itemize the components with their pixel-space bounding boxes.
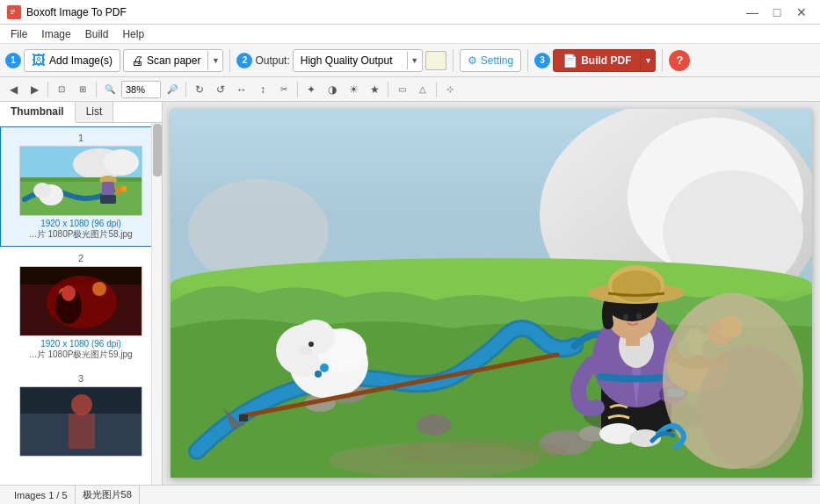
scan-paper-dropdown[interactable]: 🖨 Scan paper ▼ [123, 49, 223, 72]
flip-v-button[interactable]: ↕ [253, 80, 272, 99]
sidebar: Thumbnail List 1 [0, 102, 163, 485]
setting-icon: ⚙ [468, 54, 477, 67]
rotate-cw-button[interactable]: ↻ [190, 80, 209, 99]
step1-badge: 1 [5, 53, 21, 68]
rotate-ccw-button[interactable]: ↺ [211, 80, 230, 99]
step1-group: 1 🖼 Add Image(s) 🖨 Scan paper ▼ [5, 49, 223, 72]
svg-point-46 [320, 364, 329, 372]
fit-page-button[interactable]: ⊡ [52, 80, 71, 99]
scroll-thumb[interactable] [153, 124, 162, 176]
scan-icon: 🖨 [131, 54, 143, 68]
svg-point-77 [390, 438, 566, 464]
images-count-text: Images 1 / 5 [14, 490, 68, 500]
menu-image[interactable]: Image [34, 26, 77, 42]
main-content: Thumbnail List 1 [0, 102, 820, 485]
help-button[interactable]: ? [669, 50, 690, 71]
pdf-icon: 📄 [562, 54, 577, 68]
output-value: High Quality Output [294, 52, 408, 69]
status-filename: 极光图片58 [76, 486, 140, 504]
preview-image [171, 109, 812, 478]
setting-button[interactable]: ⚙ Setting [460, 49, 521, 72]
tab-list[interactable]: List [76, 102, 114, 122]
sidebar-scrollbar[interactable] [151, 123, 162, 485]
preview-area [163, 102, 820, 485]
contrast-button[interactable]: ◑ [323, 80, 342, 99]
zoom-in-button[interactable]: 🔎 [163, 80, 182, 99]
svg-rect-3 [11, 13, 13, 14]
svg-point-20 [92, 282, 106, 296]
step2-group: 2 Output: High Quality Output ▼ [236, 49, 446, 72]
output-dropdown[interactable]: High Quality Output ▼ [293, 49, 423, 72]
view-toolbar: ◀ ▶ ⊡ ⊞ 🔍 38% 🔎 ↻ ↺ ↔ ↕ ✂ ✦ ◑ ☀ ★ ▭ △ ⊹ [0, 77, 820, 102]
list-item[interactable]: 2 [0, 247, 162, 367]
add-images-button[interactable]: 🖼 Add Image(s) [24, 49, 120, 72]
thumb-number: 3 [8, 373, 154, 384]
star-button[interactable]: ★ [365, 80, 384, 99]
status-bar: Images 1 / 5 极光图片58 [0, 485, 820, 504]
step3-badge: 3 [534, 53, 550, 68]
svg-point-60 [636, 313, 642, 320]
thumb-svg-3 [20, 387, 142, 457]
vtb-sep4 [297, 82, 298, 97]
color-swatch[interactable] [425, 51, 446, 70]
svg-point-47 [315, 371, 322, 378]
app-icon [7, 5, 21, 19]
svg-point-16 [121, 186, 127, 192]
vtb-sep3 [185, 82, 186, 97]
thumb-preview [19, 266, 142, 336]
svg-point-11 [33, 183, 51, 198]
app-title: Boxoft Image To PDF [26, 6, 127, 18]
triangle-button[interactable]: △ [413, 80, 432, 99]
title-left: Boxoft Image To PDF [7, 5, 127, 19]
build-pdf-button[interactable]: 📄 Build PDF ▼ [553, 49, 656, 72]
maximize-button[interactable]: □ [766, 4, 788, 21]
menu-build[interactable]: Build [78, 26, 116, 42]
prev-page-button[interactable]: ◀ [4, 80, 23, 99]
thumb-meta-1: 1920 x 1080 (96 dpi) [8, 219, 154, 228]
actual-size-button[interactable]: ⊞ [73, 80, 92, 99]
close-button[interactable]: ✕ [790, 4, 813, 21]
output-arrow: ▼ [408, 56, 422, 65]
flip-h-button[interactable]: ↔ [232, 80, 251, 99]
zoom-out-button[interactable]: 🔍 [100, 80, 120, 99]
tab-thumbnail[interactable]: Thumbnail [0, 102, 76, 123]
vtb-sep5 [388, 82, 388, 97]
svg-rect-2 [11, 11, 15, 12]
crop-button[interactable]: ✂ [274, 80, 294, 99]
svg-point-44 [308, 342, 314, 347]
step2-badge: 2 [236, 53, 252, 68]
output-label: Output: [255, 54, 289, 67]
brightness-button[interactable]: ☀ [344, 80, 363, 99]
thumb-filename-2: ...片 1080P极光图片59.jpg [8, 349, 154, 361]
status-extra [140, 486, 813, 504]
svg-point-75 [698, 346, 803, 469]
svg-rect-14 [100, 195, 116, 204]
minimize-button[interactable]: — [741, 4, 764, 21]
sep3 [527, 49, 528, 72]
list-item[interactable]: 3 [0, 367, 162, 465]
title-controls: — □ ✕ [741, 4, 813, 21]
thumb-svg-1 [20, 147, 142, 216]
setting-label: Setting [481, 54, 513, 67]
list-item[interactable]: 1 [0, 126, 162, 247]
thumb-meta-2: 1920 x 1080 (96 dpi) [8, 339, 154, 349]
svg-rect-50 [239, 414, 248, 421]
selection-button[interactable]: ⊹ [440, 80, 460, 99]
add-images-icon: 🖼 [32, 53, 46, 68]
build-pdf-main: 📄 Build PDF [554, 51, 641, 70]
border-button[interactable]: ▭ [392, 80, 411, 99]
add-images-label: Add Image(s) [49, 54, 112, 67]
svg-point-23 [62, 285, 76, 301]
menu-bar: File Image Build Help [0, 25, 820, 44]
menu-file[interactable]: File [4, 26, 34, 42]
sidebar-image-list: 1 [0, 123, 162, 485]
thumb-number: 2 [8, 253, 154, 263]
svg-point-7 [104, 149, 139, 176]
svg-rect-61 [626, 333, 640, 346]
vtb-sep2 [96, 82, 97, 97]
enhance-button[interactable]: ✦ [301, 80, 321, 99]
setting-group: ⚙ Setting [460, 49, 521, 72]
thumb-preview [19, 386, 142, 457]
next-page-button[interactable]: ▶ [25, 80, 44, 99]
menu-help[interactable]: Help [115, 26, 151, 42]
